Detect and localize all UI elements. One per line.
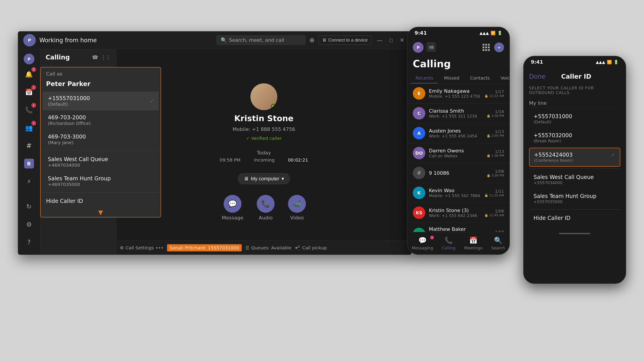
matthew-name: Matthew Baker: [429, 226, 483, 232]
add-meeting-icon[interactable]: ⊕: [309, 36, 314, 44]
sidebar-item-settings[interactable]: ⚙: [21, 216, 37, 232]
pickup-icon: 📲: [295, 245, 300, 251]
cid-option-5552424003[interactable]: ✓ +5552424003 (Conference Room): [529, 148, 620, 167]
recent-item-darren[interactable]: DO Darren Owens Call on Webex 1/13 🔒 1:3…: [408, 143, 510, 163]
dial-icon[interactable]: ☎: [92, 54, 98, 60]
mobile-container: 9:41 ▲▲▲ 🛜 🔋 P 📹: [407, 27, 626, 284]
calling-nav-label: Calling: [442, 246, 456, 250]
saleswest-number: +4697034000: [48, 162, 154, 168]
contact-name: Kristin Stone: [234, 114, 294, 123]
queues-label: Queues: Available: [251, 245, 291, 251]
done-button[interactable]: Done: [529, 73, 546, 80]
maryjane-number: 469-703-3000: [48, 134, 154, 140]
close-button[interactable]: ✕: [398, 35, 406, 45]
minimize-button[interactable]: —: [375, 35, 384, 45]
wifi-icon: 🛜: [490, 31, 496, 35]
calendar-icon: 📅: [25, 88, 33, 96]
call-settings-item[interactable]: ⚙ Call Settings •••: [120, 245, 164, 251]
search-bar[interactable]: 🔍 Search, meet, and call: [216, 35, 306, 45]
audio-action[interactable]: 📞 Audio: [257, 195, 274, 221]
nav-search[interactable]: 🔍 Search: [491, 236, 505, 250]
cid-option-5557031000[interactable]: +5557031000 (Default): [529, 110, 620, 128]
nav-messaging[interactable]: 💬 Messaging 2: [412, 236, 433, 250]
cid-salesteam-name: Sales Team Hunt Group: [534, 193, 616, 199]
calls-icon: 📞: [25, 106, 33, 114]
maximize-button[interactable]: □: [388, 35, 395, 45]
nav-calling[interactable]: 📞 Calling: [442, 236, 456, 250]
cid-option-salesteam[interactable]: Sales Team Hunt Group +5557035000: [529, 189, 620, 208]
cid-option-hide[interactable]: Hide Caller ID: [529, 211, 620, 225]
sidebar-item-calendar[interactable]: 📅 1: [21, 84, 37, 100]
tab-recents[interactable]: Recents: [411, 73, 438, 83]
austen-time: 🔒 2:05 PM: [486, 134, 504, 137]
cid-selected-check: ✓: [611, 152, 616, 158]
darren-time: 🔒 1:36 PM: [486, 154, 504, 157]
recent-item-austen[interactable]: A Austen Jones Work: +1 555 456 2454 1/1…: [408, 123, 510, 143]
cid-option-5557032000[interactable]: +5557032000 (Break Room): [529, 129, 620, 147]
sonali-badge[interactable]: Sonali Pritchard: 15557031000: [167, 244, 242, 251]
cid-number-1: +5557031000: [534, 113, 616, 120]
nav-meetings[interactable]: 📅 Meetings: [464, 236, 482, 250]
call-settings-label: Call Settings: [126, 245, 154, 251]
recent-item-kristin[interactable]: KS Kristin Stone (3) Work: +1 555 642 23…: [408, 203, 510, 223]
cid-option-saleswest[interactable]: Sales West Call Queue +5557034000: [529, 170, 620, 189]
teams-icon: 👥: [25, 124, 33, 132]
calendar-badge: 1: [31, 85, 36, 90]
caller-id-option-salesteam[interactable]: Sales Team Hunt Group +4697035000: [42, 172, 159, 191]
caller-id-option-saleswest[interactable]: Sales West Call Queue +4697034000: [42, 153, 159, 171]
emily-name: Emily Nakagawa: [429, 88, 481, 94]
recent-item-clarissa[interactable]: C Clarissa Smith Work: +1 555 321 1234 1…: [408, 103, 510, 123]
maryjane-label: (Mary Jane): [48, 140, 154, 145]
more-icon[interactable]: ⋮⋮: [101, 54, 111, 60]
call-pickup-item[interactable]: 📲 Call pickup: [295, 245, 327, 251]
caller-id-option-richardson[interactable]: 469-703-2000 (Richardson Office): [42, 111, 159, 130]
verified-text: Verified caller: [251, 136, 282, 141]
sidebar-app-icon: B: [24, 159, 34, 168]
search-nav-label: Search: [491, 246, 505, 250]
recent-item-kevin[interactable]: K Kevin Woo Mobile: +1 555 342 7864 1/11…: [408, 183, 510, 203]
dropdown-arrow-icon: ▼: [41, 208, 160, 217]
emily-meta: 1/17 🔒 11:22 AM: [484, 89, 504, 98]
meetings-label: Meetings: [464, 246, 482, 250]
sidebar-item-apps[interactable]: ⚡: [21, 173, 37, 189]
my-line-label: My line: [529, 98, 620, 108]
tab-voicemail[interactable]: Voicemail: [496, 73, 510, 83]
sidebar-item-activity[interactable]: 🔔 5: [21, 66, 37, 82]
recent-item-hash[interactable]: # 9 10086 1/08 🔒 3:36 PM: [408, 163, 510, 183]
sidebar-item-b[interactable]: B: [21, 156, 37, 172]
calling-nav-icon: 📞: [444, 236, 453, 244]
richardson-label: (Richardson Office): [48, 121, 154, 126]
call-type: Incoming: [254, 157, 274, 163]
default-number: +15557031000: [48, 95, 154, 101]
hide-caller-id-option[interactable]: Hide Caller ID: [41, 194, 160, 208]
queues-item[interactable]: ☰ Queues: Available: [245, 245, 291, 251]
video-circle: 📹: [288, 195, 306, 213]
tab-missed[interactable]: Missed: [440, 73, 464, 83]
sidebar-item-help[interactable]: ?: [21, 234, 37, 250]
kristin-name: Kristin Stone (3): [429, 208, 481, 213]
device-selector-button[interactable]: 🖥 My computer ▾: [238, 173, 290, 184]
connect-device-button[interactable]: 🖥 Connect to a device: [318, 35, 372, 45]
video-action[interactable]: 📹 Video: [288, 195, 306, 221]
caller-id-option-default[interactable]: +15557031000 (Default) ✓: [42, 92, 159, 110]
sidebar-item-channels[interactable]: #: [21, 138, 37, 154]
austen-avatar: A: [413, 127, 425, 139]
austen-name: Austen Jones: [429, 128, 483, 134]
mobile-bottom-nav: 💬 Messaging 2 📞 Calling 📅 Meetings 🔍 Sea…: [408, 232, 510, 254]
sidebar-item-calls[interactable]: 📞 1: [21, 102, 37, 118]
austen-meta: 1/13 🔒 2:05 PM: [486, 129, 504, 137]
search-nav-icon: 🔍: [494, 236, 502, 244]
kristin-info: Kristin Stone (3) Work: +1 555 642 2346: [429, 208, 481, 218]
message-label: Message: [222, 215, 243, 221]
hash-date: 1/08: [486, 169, 504, 174]
clarissa-meta: 1/16 🔒 3:36 PM: [486, 109, 504, 117]
mobile-user-avatar: P: [413, 42, 424, 53]
message-action[interactable]: 💬 Message: [222, 195, 243, 221]
tab-contacts[interactable]: Contacts: [466, 73, 494, 83]
recent-item-emily[interactable]: E Emily Nakagawa Mobile: +1 555 123 4756…: [408, 84, 510, 103]
caller-id-option-maryjane[interactable]: 469-703-3000 (Mary Jane): [42, 130, 159, 149]
sidebar-item-teams[interactable]: 👥 1: [21, 120, 37, 136]
compose-icon[interactable]: +: [494, 42, 504, 52]
call-time: 09:58 PM: [220, 157, 240, 163]
sidebar-item-sync[interactable]: ↻: [21, 198, 37, 215]
